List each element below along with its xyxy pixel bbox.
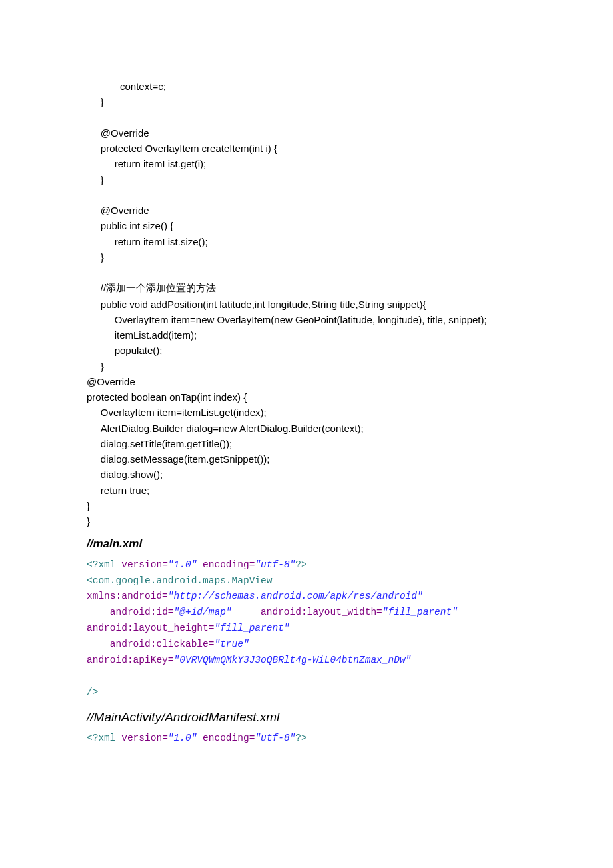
code-line: return itemList.get(i);	[87, 158, 206, 169]
code-line: return itemList.size();	[87, 236, 208, 247]
xml-attr: version=	[116, 559, 168, 570]
xml-attr: android:apiKey=	[87, 655, 174, 665]
xml-value: "fill_parent"	[382, 607, 458, 617]
xml-pi-open: <?	[87, 559, 98, 570]
code-line: @Override	[87, 376, 135, 387]
xml-value: "http://schemas.android.com/apk/res/andr…	[168, 591, 423, 601]
xml-value: "0VRVQWmQMkY3J3oQBRlt4g-WiL04btnZmax_nDw…	[174, 655, 412, 665]
code-line: public void addPosition(int latitude,int…	[87, 299, 426, 310]
code-line: @Override	[87, 127, 149, 139]
xml-attr: android:layout_height=	[87, 623, 214, 633]
xml-value: "fill_parent"	[214, 623, 289, 633]
xml-tag-close: />	[87, 687, 98, 697]
code-line: }	[87, 515, 90, 527]
xml-value: "@+id/map"	[174, 607, 232, 617]
code-line: //添加一个添加位置的方法	[87, 282, 216, 293]
xml-pi-close: ?>	[295, 559, 306, 570]
code-line: dialog.setMessage(item.getSnippet());	[87, 453, 269, 465]
code-line: protected OverlayItem createItem(int i) …	[87, 143, 277, 154]
code-line: context=c;	[87, 81, 166, 92]
code-line: }	[87, 96, 104, 107]
xml-attr: encoding=	[197, 559, 255, 570]
code-line: OverlayItem item=itemList.get(index);	[87, 407, 267, 418]
xml-indent	[87, 607, 110, 617]
code-line: OverlayItem item=new OverlayItem(new Geo…	[87, 314, 487, 325]
main-xml-code-block: <?xml version="1.0" encoding="utf-8"?> <…	[87, 557, 526, 701]
code-line: }	[87, 500, 90, 511]
code-line: }	[87, 174, 104, 185]
code-line: itemList.add(item);	[87, 329, 197, 341]
xml-pi-name: xml	[98, 559, 115, 570]
xml-attr: encoding=	[197, 733, 255, 743]
xml-attr: version=	[116, 733, 168, 743]
code-line: return true;	[87, 485, 149, 496]
code-line: dialog.show();	[87, 469, 163, 480]
xml-value: "1.0"	[168, 733, 197, 743]
code-line: protected boolean onTap(int index) {	[87, 391, 247, 403]
xml-spaces	[232, 607, 261, 617]
xml-pi-name: xml	[98, 733, 115, 743]
code-line: }	[87, 251, 104, 263]
code-line: AlertDialog.Builder dialog=new AlertDial…	[87, 423, 364, 434]
xml-value: "true"	[214, 639, 249, 649]
xml-attr: android:id=	[110, 607, 174, 617]
xml-pi-close: ?>	[295, 733, 306, 743]
xml-value: "utf-8"	[255, 733, 295, 743]
manifest-heading: //MainActivity/AndroidManifest.xml	[87, 707, 526, 727]
code-line: public int size() {	[87, 220, 173, 231]
xml-indent	[87, 639, 110, 649]
xml-tag-open: <	[87, 575, 93, 586]
code-line: @Override	[87, 205, 149, 216]
xml-value: "utf-8"	[255, 559, 295, 570]
xml-value: "1.0"	[168, 559, 197, 570]
manifest-xml-code-block: <?xml version="1.0" encoding="utf-8"?>	[87, 731, 526, 747]
main-xml-heading: //main.xml	[87, 535, 526, 553]
code-line: populate();	[87, 345, 162, 356]
code-line: }	[87, 361, 104, 372]
xml-attr: android:layout_width=	[261, 607, 382, 617]
java-code-block: context=c; } @Override protected Overlay…	[87, 79, 526, 529]
code-line: dialog.setTitle(item.getTitle());	[87, 438, 232, 449]
xml-tag-name: com.google.android.maps.MapView	[93, 575, 273, 586]
xml-attr: android:clickable=	[110, 639, 215, 649]
xml-pi-open: <?	[87, 733, 98, 743]
xml-attr: xmlns:android=	[87, 591, 168, 601]
